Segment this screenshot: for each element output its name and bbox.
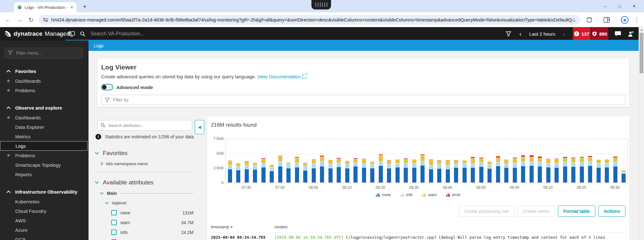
stacked-bar: [345, 161, 349, 183]
maximize-icon[interactable]: [612, 0, 627, 12]
loglevel-option-debug: debug12.2M: [111, 237, 193, 240]
table-row[interactable]: 2025-08-04 09:34:34.765[2025-08-04 14:34…: [211, 235, 628, 240]
scrollbar-up-icon[interactable]: [639, 27, 644, 33]
sidebar-item-logs[interactable]: Logs: [0, 141, 88, 151]
actions-button[interactable]: Actions: [598, 206, 625, 217]
side-panel-icon[interactable]: [602, 15, 611, 24]
checkbox-info[interactable]: [111, 230, 117, 235]
legend-item-warn[interactable]: warn: [422, 193, 437, 197]
timeframe-selector[interactable]: Last 2 hours: [524, 31, 560, 37]
minimize-icon[interactable]: [598, 0, 612, 12]
profile-avatar[interactable]: [620, 15, 629, 24]
advanced-mode-toggle[interactable]: [101, 84, 113, 90]
bookmark-star-icon[interactable]: [569, 15, 578, 24]
legend-item-none[interactable]: none: [376, 193, 391, 197]
page-scrollbar[interactable]: [639, 27, 644, 240]
reload-icon[interactable]: [27, 15, 35, 24]
filter-funnel-icon[interactable]: [506, 31, 511, 36]
sidebar-filter-input[interactable]: [4, 48, 83, 58]
tab-close-icon[interactable]: [70, 5, 73, 9]
sidebar-item-label: GCP: [15, 237, 26, 240]
sidebar-item-kubernetes[interactable]: Kubernetes: [0, 197, 89, 206]
column-header-content[interactable]: content: [274, 225, 287, 229]
browser-menu-icon[interactable]: [632, 15, 641, 24]
sidebar-item-metrics[interactable]: Metrics: [0, 132, 89, 141]
create-metric-button: Create metric: [518, 206, 555, 217]
sidebar-section-observe-and-explore[interactable]: Observe and explore: [0, 103, 89, 113]
stacked-bar: [312, 159, 316, 183]
chart-legend: noneinfowarnerror: [207, 193, 629, 197]
log-results-chart: 02.5mil5mil7.5mil07:4007:5008:0008:1008:…: [207, 139, 629, 189]
sidebar-item-data-explorer[interactable]: Data Explorer: [0, 122, 89, 132]
search-icon[interactable]: [80, 31, 85, 37]
back-icon[interactable]: [4, 15, 13, 24]
option-label: warn: [120, 220, 181, 225]
user-menu-icon[interactable]: [628, 31, 634, 37]
legend-item-info[interactable]: info: [400, 193, 413, 197]
breadcrumb-bar[interactable]: Logs: [89, 40, 644, 51]
x-axis-label: 08:10: [337, 185, 356, 190]
site-settings-icon[interactable]: [43, 18, 48, 22]
sidebar-item-aws[interactable]: AWS: [0, 216, 89, 225]
available-attributes-section[interactable]: Available attributes: [95, 179, 153, 186]
attribute-loglevel[interactable]: loglevel: [105, 201, 126, 205]
problems-badge[interactable]: 137: [573, 27, 591, 40]
stacked-bar: [396, 159, 400, 183]
sidebar-item-dashboards[interactable]: Dashboards: [0, 76, 89, 86]
stacked-bar: [463, 160, 467, 183]
stacked-bar: [328, 159, 333, 183]
browser-tab[interactable]: Logs - VA-Production - Dynatra: [14, 2, 77, 12]
stacked-bar: [521, 155, 525, 183]
dynatrace-header: dynatrace Managed ‹ Last 2 hours › 137 8…: [0, 27, 644, 40]
sidebar-item-dashboards[interactable]: Dashboards: [0, 113, 89, 122]
new-tab-button[interactable]: [80, 2, 89, 11]
sidebar-section-favorites[interactable]: Favorites: [0, 66, 89, 76]
timeframe-next-icon[interactable]: ›: [560, 30, 568, 38]
displays-icon[interactable]: [68, 31, 75, 37]
legend-item-error[interactable]: error: [446, 193, 460, 197]
attribute-group-main[interactable]: Main: [100, 191, 193, 196]
favorite-attribute-k8s-namespace-name[interactable]: k8s.namespace.name: [101, 161, 148, 166]
chevron-up-icon: [6, 106, 11, 109]
timeframe-prev-icon[interactable]: ‹: [516, 30, 525, 38]
attributes-favorites-section[interactable]: Favorites: [95, 150, 127, 157]
y-axis-label: 7.5mil: [208, 136, 224, 141]
sidebar: FavoritesDashboardsProblemsObserve and e…: [0, 40, 89, 240]
filter-by-input[interactable]: [101, 95, 625, 105]
forward-icon[interactable]: [15, 15, 24, 24]
sidebar-item-label: Data Explorer: [15, 124, 44, 130]
y-axis-label: 0: [208, 181, 224, 185]
checkbox-warn[interactable]: [111, 220, 117, 225]
mini-bars-icon: [400, 193, 404, 197]
sort-desc-icon: [231, 225, 233, 229]
sidebar-item-smartscape-topology[interactable]: Smartscape Topology: [0, 160, 89, 170]
extensions-icon[interactable]: [585, 15, 594, 24]
sidebar-item-azure[interactable]: Azure: [0, 225, 89, 235]
close-window-icon[interactable]: [627, 0, 641, 12]
scrollbar-thumb[interactable]: [640, 33, 643, 73]
sidebar-item-cloud-foundry[interactable]: Cloud Foundry: [0, 206, 89, 216]
sidebar-item-reports[interactable]: Reports: [0, 170, 89, 179]
address-bar[interactable]: hrt424.dynatrace-managed.com/e/65aa2f7a-…: [39, 15, 580, 25]
stacked-bar: [530, 155, 534, 183]
sidebar-item-problems[interactable]: Problems: [0, 151, 89, 160]
format-table-button[interactable]: Format table: [558, 206, 595, 217]
collapse-sidebar-arrow-icon[interactable]: [56, 27, 65, 40]
stacked-bar: [563, 157, 567, 183]
stacked-bar: [546, 159, 550, 183]
view-documentation-link[interactable]: View Documentation: [257, 74, 301, 79]
collapse-attributes-panel-button[interactable]: [195, 120, 204, 134]
sidebar-item-label: Metrics: [15, 134, 30, 139]
sidebar-section-infrastructure-observability[interactable]: Infrastructure Observability: [0, 187, 89, 197]
sidebar-item-gcp[interactable]: GCP: [0, 235, 89, 240]
sidebar-item-problems[interactable]: Problems: [0, 86, 89, 95]
global-search-input[interactable]: [90, 31, 223, 37]
column-header-timestamp[interactable]: timestamp: [211, 225, 274, 229]
chat-icon[interactable]: [615, 31, 621, 37]
search-attributes-input[interactable]: [97, 120, 192, 131]
x-axis-label: 09:00: [505, 185, 524, 190]
dynatrace-logo-mark: [4, 30, 11, 37]
sidebar-item-label: Kubernetes: [15, 199, 40, 204]
security-problems-badge[interactable]: 890: [591, 27, 608, 40]
checkbox-none[interactable]: [111, 210, 117, 215]
